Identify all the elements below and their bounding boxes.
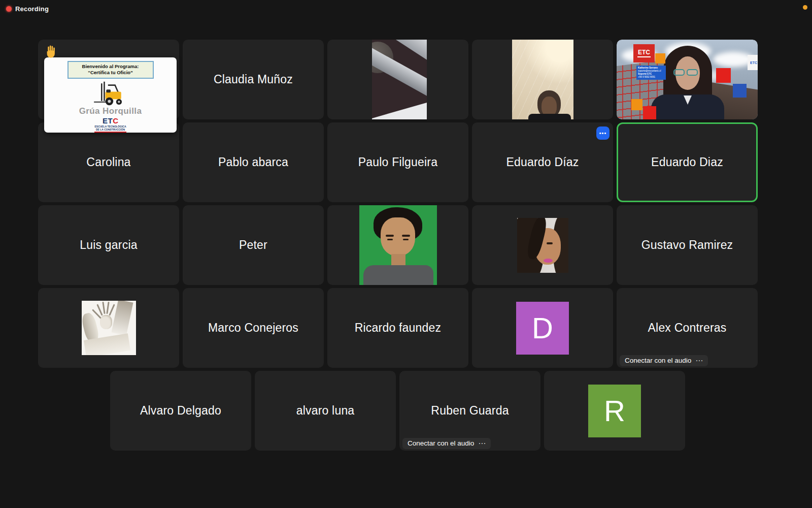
participant-name: Alvaro Delgado [140, 404, 221, 418]
tile-alex-contreras[interactable]: Alex Contreras Conectar con el audio ⋯ [617, 288, 758, 368]
connect-audio-label: Conectar con el audio [625, 357, 691, 364]
tile-luis-garcia[interactable]: Luis garcia [38, 205, 179, 285]
participant-name: Eduardo Diaz [651, 155, 723, 169]
participant-name: Peter [239, 238, 267, 252]
forklift-image [90, 81, 131, 107]
raised-hand-icon [44, 45, 58, 59]
tile-shared-slide[interactable]: Bienvenido al Programa: “Certifica tu Of… [38, 40, 179, 119]
orange-square-overlay [631, 99, 642, 110]
tile-sketch-avatar[interactable] [38, 288, 179, 368]
tile-letter-r[interactable]: R [544, 371, 685, 451]
participant-video [512, 40, 573, 119]
participant-name: Pablo abarca [218, 155, 288, 169]
tile-video-katherine[interactable]: ETC Katherine Serrano soporte@escuelaetc… [617, 40, 758, 119]
slide-title-line1: Bienvenido al Programa: [70, 64, 152, 70]
participant-name: Eduardo Díaz [506, 155, 579, 169]
tile-woman-avatar[interactable] [472, 205, 613, 285]
tile-marco-conejeros[interactable]: Marco Conejeros [183, 288, 324, 368]
tile-pablo-abarca[interactable]: Pablo abarca [183, 122, 324, 202]
tile-eduardo-diaz-1[interactable]: Eduardo Díaz ••• [472, 122, 613, 202]
shared-slide: Bienvenido al Programa: “Certifica tu Of… [44, 57, 177, 133]
profile-photo-sketch [82, 301, 136, 355]
avatar-letter: D [532, 311, 553, 345]
tile-eduardo-diaz-2-active-speaker[interactable]: Eduardo Diaz [617, 122, 758, 202]
etc-logo-c: C [113, 116, 118, 125]
connect-audio-badge[interactable]: Conectar con el audio ⋯ [620, 355, 708, 366]
participant-name: Ricardo faundez [355, 321, 442, 335]
connect-audio-badge[interactable]: Conectar con el audio ⋯ [402, 438, 491, 449]
connect-audio-label: Conectar con el audio [408, 439, 474, 447]
participant-name: alvaro luna [296, 404, 355, 418]
letter-avatar: R [588, 385, 641, 437]
tile-peter[interactable]: Peter [183, 205, 324, 285]
etc-logo-sub2: DE LA CONSTRUCCIÓN [94, 128, 126, 131]
recording-dot-icon [6, 6, 12, 12]
participant-name: Ruben Guarda [431, 404, 509, 418]
etc-logo-et: ET [103, 116, 113, 125]
etc-logo: ETC ESCUELA TECNOLÓGICA DE LA CONSTRUCCI… [94, 117, 126, 133]
participant-name: Luis garcia [80, 238, 137, 252]
tile-ruben-guarda[interactable]: Ruben Guarda Conectar con el audio ⋯ [399, 371, 540, 451]
tile-gustavo-ramirez[interactable]: Gustavo Ramirez [617, 205, 758, 285]
tile-alvaro-delgado[interactable]: Alvaro Delgado [110, 371, 251, 451]
screen-record-corner-icon [803, 5, 807, 10]
blue-square-overlay [733, 84, 747, 98]
etc-white-logo-overlay: ETC [748, 55, 758, 70]
more-icon: ••• [599, 131, 607, 136]
participant-video [372, 40, 427, 119]
orange-square-overlay [655, 53, 665, 64]
tile-video-man[interactable] [472, 40, 613, 119]
tile-claudia-munoz[interactable]: Claudia Muñoz [183, 40, 324, 119]
tile-carolina[interactable]: Carolina [38, 122, 179, 202]
etc-red-logo-overlay: ETC [633, 44, 655, 62]
avatar-letter: R [604, 394, 625, 428]
tile-paulo-filgueira[interactable]: Paulo Filgueira [327, 122, 468, 202]
recording-label: Recording [15, 5, 49, 13]
letter-avatar: D [516, 302, 569, 355]
participant-name: Claudia Muñoz [214, 73, 293, 86]
participant-name: Alex Contreras [648, 321, 727, 335]
participant-name: Gustavo Ramirez [641, 238, 733, 252]
recording-indicator: Recording [6, 5, 49, 13]
red-square-overlay [716, 68, 731, 83]
participant-video: ETC Katherine Serrano soporte@escuelaetc… [617, 40, 758, 119]
slide-title-box: Bienvenido al Programa: “Certifica tu Of… [67, 61, 154, 79]
contact-info-overlay: Katherine Serrano soporte@escuelaetc.cl … [636, 66, 666, 80]
more-options-button[interactable]: ••• [596, 126, 610, 140]
profile-photo [517, 218, 568, 273]
glasses [673, 69, 698, 76]
participant-name: Paulo Filgueira [358, 155, 437, 169]
tile-alvaro-luna[interactable]: alvaro luna [255, 371, 396, 451]
tile-letter-d[interactable]: D [472, 288, 613, 368]
participant-name: Carolina [86, 155, 130, 169]
slide-title-line2: “Certifica tu Oficio” [70, 70, 152, 76]
red-square-overlay [643, 106, 656, 119]
tile-ricardo-faundez[interactable]: Ricardo faundez [327, 288, 468, 368]
tile-video-greenscreen[interactable] [327, 205, 468, 285]
top-bar: Recording [0, 0, 812, 18]
slide-caption: Grúa Horquilla [79, 106, 142, 116]
participant-video [359, 205, 437, 285]
participant-name: Marco Conejeros [208, 321, 298, 335]
contact-phone: +56 9 9002 8091 [638, 76, 664, 79]
tile-video-metal[interactable] [327, 40, 468, 119]
etc-logo-sub1: ESCUELA TECNOLÓGICA [94, 125, 126, 128]
